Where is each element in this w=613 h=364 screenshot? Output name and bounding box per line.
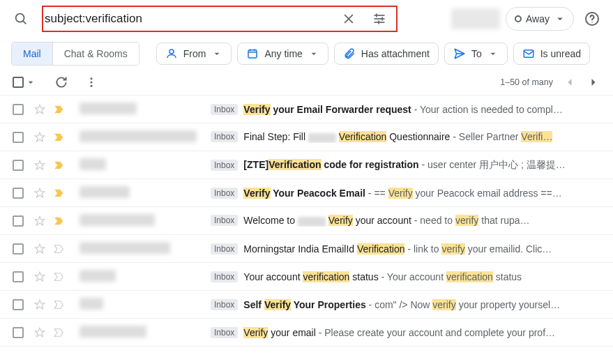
search-icon — [6, 11, 36, 26]
tab-mail[interactable]: Mail — [12, 43, 52, 65]
importance-icon[interactable] — [53, 131, 66, 144]
row-content: Inbox Morningstar India EmailId Verifica… — [211, 243, 600, 255]
chip-from[interactable]: From — [156, 43, 232, 65]
row-checkbox[interactable] — [13, 243, 24, 255]
subject-line: Self Verify Your Properties - com" /> No… — [243, 299, 560, 310]
svg-point-0 — [16, 14, 24, 22]
person-icon — [165, 47, 178, 60]
inbox-label: Inbox — [211, 327, 238, 338]
subject-line: Welcome to Verify your account - need to… — [243, 215, 529, 226]
row-checkbox[interactable] — [13, 271, 24, 282]
subject-line: Your account verification status - Your … — [243, 271, 522, 282]
chip-any-time[interactable]: Any time — [237, 43, 328, 65]
chip-has-attachment[interactable]: Has attachment — [334, 43, 439, 65]
inbox-label: Inbox — [211, 299, 238, 310]
row-content: Inbox Self Verify Your Properties - com"… — [211, 299, 600, 310]
importance-icon[interactable] — [53, 243, 66, 255]
importance-icon[interactable] — [53, 271, 66, 283]
tab-chat-rooms[interactable]: Chat & Rooms — [52, 43, 139, 65]
email-row[interactable]: Inbox Welcome to Verify your account - n… — [0, 207, 613, 235]
chip-label: Has attachment — [361, 48, 430, 59]
pager-range: 1–50 of many — [500, 77, 553, 87]
row-content: Inbox [ZTE]Verification code for registr… — [211, 159, 600, 172]
row-checkbox[interactable] — [13, 188, 24, 199]
pager-prev[interactable] — [563, 75, 577, 89]
mail-icon — [522, 47, 535, 60]
select-all-checkbox[interactable] — [13, 77, 36, 88]
subject-line: Morningstar India EmailId Verification -… — [243, 243, 552, 255]
email-list: Inbox Verify your Email Forwarder reques… — [0, 96, 613, 347]
sender — [80, 326, 211, 340]
row-checkbox[interactable] — [13, 327, 24, 338]
attachment-icon — [343, 47, 356, 60]
more-button[interactable] — [85, 76, 98, 89]
status-dot-icon — [515, 15, 522, 22]
help-button[interactable] — [580, 6, 605, 31]
email-row[interactable]: Inbox Final Step: Fill Verification Ques… — [0, 123, 613, 151]
svg-rect-7 — [376, 14, 377, 17]
star-icon[interactable] — [33, 187, 46, 199]
importance-icon[interactable] — [53, 326, 66, 339]
email-row[interactable]: Inbox Verify Your Peacock Email - == Ver… — [0, 179, 613, 207]
star-icon[interactable] — [33, 131, 46, 144]
star-icon[interactable] — [33, 215, 46, 227]
svg-point-11 — [591, 22, 593, 23]
subject-line: Verify your email - Please create your a… — [243, 327, 555, 338]
svg-rect-8 — [381, 17, 383, 21]
inbox-label: Inbox — [211, 188, 238, 199]
subject-line: Final Step: Fill Verification Questionna… — [243, 131, 552, 142]
pager: 1–50 of many — [500, 75, 600, 89]
svg-point-21 — [91, 85, 93, 87]
row-content: Inbox Final Step: Fill Verification Ques… — [211, 131, 600, 142]
star-icon[interactable] — [33, 271, 46, 283]
importance-icon[interactable] — [53, 159, 66, 172]
svg-rect-5 — [374, 18, 385, 20]
inbox-label: Inbox — [211, 131, 238, 142]
search-box — [42, 6, 398, 32]
importance-icon[interactable] — [53, 298, 66, 311]
clear-search-button[interactable] — [335, 5, 363, 33]
svg-rect-9 — [378, 21, 379, 24]
search-input[interactable] — [43, 9, 335, 29]
row-checkbox[interactable] — [13, 160, 24, 171]
chip-is-unread[interactable]: Is unread — [513, 43, 590, 65]
row-checkbox[interactable] — [13, 132, 24, 143]
chevron-down-icon — [211, 48, 222, 59]
chip-to[interactable]: To — [444, 43, 508, 65]
filter-bar: Mail Chat & Rooms From Any time Has atta… — [0, 38, 613, 73]
email-row[interactable]: Inbox Your account verification status -… — [0, 263, 613, 291]
inbox-label: Inbox — [211, 215, 238, 226]
star-icon[interactable] — [33, 298, 46, 311]
refresh-button[interactable] — [54, 75, 68, 89]
email-row[interactable]: Inbox Verify your Email Forwarder reques… — [0, 96, 613, 123]
row-content: Inbox Your account verification status -… — [211, 271, 600, 282]
email-row[interactable]: Inbox Morningstar India EmailId Verifica… — [0, 235, 613, 263]
search-options-button[interactable] — [365, 5, 393, 33]
email-row[interactable]: Inbox Verify your email - Please create … — [0, 319, 613, 347]
inbox-label: Inbox — [211, 271, 238, 282]
sender — [80, 270, 211, 284]
star-icon[interactable] — [33, 326, 46, 339]
chevron-down-icon — [25, 77, 36, 88]
star-icon[interactable] — [33, 159, 46, 172]
row-checkbox[interactable] — [13, 215, 24, 227]
pager-next[interactable] — [586, 75, 600, 89]
star-icon[interactable] — [33, 103, 46, 116]
importance-icon[interactable] — [53, 187, 66, 199]
svg-point-19 — [91, 77, 93, 79]
sender — [80, 158, 211, 172]
importance-icon[interactable] — [53, 215, 66, 227]
row-content: Inbox Welcome to Verify your account - n… — [211, 215, 600, 226]
email-row[interactable]: Inbox Self Verify Your Properties - com"… — [0, 291, 613, 319]
subject-line: Verify Your Peacock Email - == Verify yo… — [243, 188, 561, 199]
email-row[interactable]: Inbox [ZTE]Verification code for registr… — [0, 151, 613, 179]
importance-icon[interactable] — [53, 103, 66, 116]
star-icon[interactable] — [33, 243, 46, 255]
chevron-down-icon — [308, 48, 319, 59]
inbox-label: Inbox — [211, 243, 238, 255]
send-icon — [453, 47, 466, 60]
svg-point-20 — [91, 82, 93, 84]
status-chip[interactable]: Away — [506, 7, 574, 31]
row-checkbox[interactable] — [13, 299, 24, 310]
row-checkbox[interactable] — [13, 104, 24, 115]
